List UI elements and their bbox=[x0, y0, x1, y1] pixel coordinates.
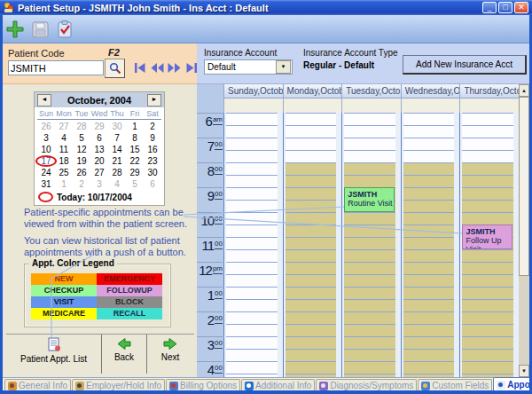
calendar-day[interactable]: 21 bbox=[108, 155, 126, 167]
calendar-day[interactable]: 3 bbox=[37, 132, 55, 144]
calendar-day[interactable]: 8 bbox=[126, 132, 144, 144]
back-button[interactable]: Back bbox=[102, 335, 147, 374]
day-column[interactable] bbox=[223, 113, 283, 377]
scroll-down-icon[interactable]: ▼ bbox=[519, 365, 529, 377]
calendar-day[interactable]: 18 bbox=[55, 155, 73, 167]
calendar-day[interactable]: 24 bbox=[37, 167, 55, 178]
tab-employer-hold-info[interactable]: Employer/Hold Info bbox=[72, 379, 165, 391]
insurance-account-select[interactable]: Default ▼ bbox=[204, 59, 293, 75]
day-header[interactable]: Sunday,Octob ... bbox=[223, 84, 283, 98]
tab-additional-info[interactable]: Additional Info bbox=[241, 379, 315, 391]
calendar-day[interactable]: 3 bbox=[90, 178, 108, 190]
day-column-cells bbox=[226, 113, 278, 377]
next-record-icon[interactable] bbox=[168, 62, 181, 74]
appointment[interactable]: JSMITHFollow Up Visit bbox=[462, 225, 512, 249]
tab-billing-options[interactable]: Billing Options bbox=[166, 379, 240, 391]
next-button[interactable]: Next bbox=[147, 335, 193, 374]
allday-cell[interactable] bbox=[459, 98, 519, 113]
save-button[interactable] bbox=[28, 18, 51, 41]
patient-code-panel: Patient Code F2 bbox=[3, 43, 197, 84]
tab-general-info[interactable]: General Info bbox=[4, 379, 71, 391]
calendar-day[interactable]: 5 bbox=[73, 132, 90, 144]
calendar-day[interactable]: 6 bbox=[90, 132, 108, 144]
calendar-day[interactable]: 11 bbox=[55, 144, 73, 155]
calendar-dow-label: Mon bbox=[55, 108, 73, 119]
scrollbar-thumb[interactable] bbox=[519, 97, 529, 276]
calendar-day[interactable]: 2 bbox=[73, 178, 90, 190]
custom-fields-icon bbox=[421, 382, 430, 390]
calendar-day[interactable]: 5 bbox=[126, 178, 144, 190]
schedule-scrollbar[interactable]: ▲ ▼ bbox=[519, 84, 529, 377]
calendar-day[interactable]: 25 bbox=[55, 167, 73, 178]
calendar-day[interactable]: 26 bbox=[37, 121, 55, 132]
scroll-up-icon[interactable]: ▲ bbox=[519, 84, 529, 97]
tab-appointments[interactable]: Appointments bbox=[493, 377, 532, 391]
calendar-day[interactable]: 22 bbox=[126, 155, 144, 167]
day-column[interactable] bbox=[283, 113, 342, 377]
day-header[interactable]: Wednesday,O ... bbox=[401, 84, 460, 98]
calendar-day[interactable]: 9 bbox=[144, 132, 161, 144]
patient-code-input[interactable] bbox=[8, 60, 104, 75]
calendar-dow-label: Thu bbox=[108, 108, 126, 119]
add-patient-button[interactable] bbox=[4, 18, 27, 41]
calendar-day[interactable]: 16 bbox=[144, 144, 161, 155]
calendar-day[interactable]: 7 bbox=[108, 132, 126, 144]
verify-button[interactable] bbox=[53, 18, 76, 41]
calendar-day[interactable]: 29 bbox=[126, 167, 144, 178]
day-header[interactable]: Monday,Octob ... bbox=[283, 84, 342, 98]
calendar-day[interactable]: 28 bbox=[73, 121, 90, 132]
calendar-day[interactable]: 6 bbox=[144, 178, 161, 190]
calendar-day[interactable]: 1 bbox=[55, 178, 73, 190]
minimize-icon[interactable]: _ bbox=[482, 2, 497, 13]
tab-diagnosis-symptoms[interactable]: Diagnosis/Symptoms bbox=[316, 379, 417, 391]
calendar-day[interactable]: 31 bbox=[37, 178, 55, 190]
calendar-day[interactable]: 2 bbox=[144, 121, 161, 132]
calendar-next-month-icon[interactable]: ► bbox=[147, 94, 161, 106]
day-header[interactable]: Tuesday,Octo ... bbox=[341, 84, 401, 98]
legend-checkup: CHECKUP bbox=[31, 285, 97, 296]
appointments-icon bbox=[497, 381, 505, 390]
calendar-day[interactable]: 4 bbox=[108, 178, 126, 190]
allday-cell[interactable] bbox=[341, 98, 401, 113]
last-record-icon[interactable] bbox=[184, 62, 198, 74]
calendar-day[interactable]: 19 bbox=[73, 155, 90, 167]
patient-appt-list-button[interactable]: Patient Appt. List bbox=[6, 335, 102, 374]
allday-cell[interactable] bbox=[223, 98, 283, 113]
previous-record-icon[interactable] bbox=[151, 62, 164, 74]
calendar-day[interactable]: 20 bbox=[90, 155, 108, 167]
allday-cell[interactable] bbox=[283, 98, 342, 113]
day-column-shaded-cells bbox=[403, 162, 455, 377]
calendar-day[interactable]: 4 bbox=[55, 132, 73, 144]
day-columns: JSMITHRoutine VisitJSMITHFollow Up Visit bbox=[223, 113, 519, 377]
calendar-day[interactable]: 14 bbox=[108, 144, 126, 155]
allday-cell[interactable] bbox=[401, 98, 460, 113]
calendar-day[interactable]: 10 bbox=[37, 144, 55, 155]
patient-search-button[interactable] bbox=[105, 59, 125, 78]
calendar-day[interactable]: 27 bbox=[90, 167, 108, 178]
calendar-day[interactable]: 30 bbox=[108, 121, 126, 132]
calendar-day[interactable]: 1 bbox=[126, 121, 144, 132]
title-bar[interactable]: Patient Setup - JSMITH John Smith - Ins … bbox=[0, 0, 532, 15]
calendar-day[interactable]: 12 bbox=[73, 144, 90, 155]
calendar-day[interactable]: 28 bbox=[108, 167, 126, 178]
calendar-day[interactable]: 30 bbox=[144, 167, 161, 178]
calendar-prev-month-icon[interactable]: ◄ bbox=[37, 94, 51, 106]
calendar-day[interactable]: 27 bbox=[55, 121, 73, 132]
calendar-day-selected[interactable]: 17 bbox=[37, 155, 55, 167]
tab-custom-fields[interactable]: Custom Fields bbox=[418, 379, 492, 391]
calendar-day[interactable]: 26 bbox=[73, 167, 90, 178]
calendar-day[interactable]: 15 bbox=[126, 144, 144, 155]
calendar-day[interactable]: 29 bbox=[90, 121, 108, 132]
calendar-footer[interactable]: Today: 10/17/2004 bbox=[35, 190, 164, 205]
day-column[interactable] bbox=[341, 113, 401, 377]
maximize-icon[interactable]: □ bbox=[498, 2, 512, 13]
day-header[interactable]: Thursday,Octo ... bbox=[459, 84, 519, 98]
time-label: 700 bbox=[197, 138, 223, 163]
first-record-icon[interactable] bbox=[134, 62, 147, 74]
calendar-day[interactable]: 23 bbox=[144, 155, 161, 167]
day-column[interactable] bbox=[401, 113, 460, 377]
appointment[interactable]: JSMITHRoutine Visit bbox=[344, 187, 395, 212]
calendar-day[interactable]: 13 bbox=[90, 144, 108, 155]
close-icon[interactable]: ✕ bbox=[514, 2, 528, 13]
add-new-insurance-acct-button[interactable]: Add New Insurance Acct bbox=[403, 55, 527, 75]
